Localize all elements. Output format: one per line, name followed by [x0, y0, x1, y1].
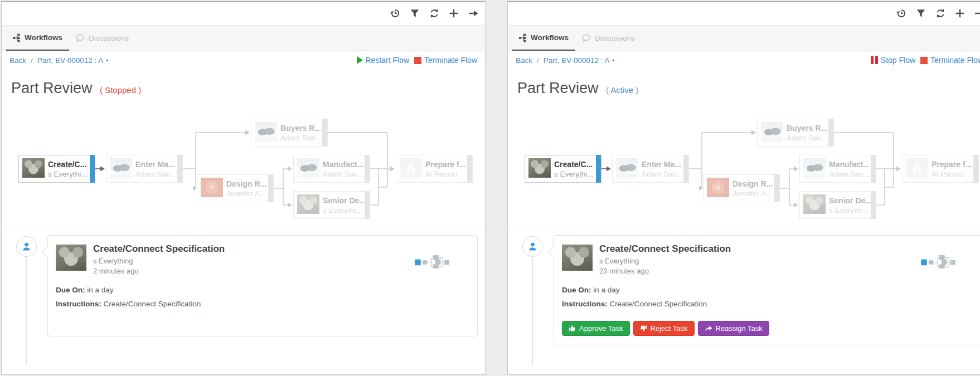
node-title: Manufact...	[829, 160, 870, 169]
node-state-bar	[365, 191, 370, 219]
status-badge: ( Stopped )	[100, 85, 141, 95]
koala-avatar	[528, 158, 551, 178]
reassign-arrow-icon	[705, 325, 712, 332]
penguin-avatar	[255, 122, 277, 141]
workflow-node-manufact[interactable]: Manufact... Adam San...	[293, 155, 370, 183]
add-icon[interactable]	[955, 8, 965, 18]
node-assignee: Adam San...	[323, 170, 364, 178]
history-icon[interactable]	[896, 8, 906, 18]
user-badge	[16, 236, 37, 257]
breadcrumb-back-link[interactable]: Back	[516, 56, 532, 65]
tab-discussions[interactable]: Discussions	[575, 26, 642, 51]
history-icon[interactable]	[390, 8, 400, 18]
workflow-node-design[interactable]: Design R... Jennifer A...	[197, 174, 274, 202]
penguin-avatar	[297, 158, 319, 178]
workflow-node-design[interactable]: Design R... Jennifer A...	[703, 174, 780, 202]
workflow-node-enter-ma[interactable]: Enter Ma... Adam San...	[612, 155, 689, 183]
card-pointer	[548, 246, 558, 256]
diagram-divider	[508, 229, 980, 229]
workflow-node-create-connect[interactable]: Create/C... s Everythi...	[18, 155, 95, 183]
flow-actions: Restart Flow Terminate Flow	[357, 56, 478, 65]
task-title: Create/Connect Specification	[599, 243, 731, 255]
workflow-node-buyers[interactable]: Buyers R... Adam San...	[251, 119, 328, 147]
play-icon	[357, 56, 363, 64]
due-row: Due On: in a day	[562, 286, 620, 294]
task-card: Create/Connect Specification s Everythin…	[554, 235, 980, 345]
node-state-bar	[871, 155, 876, 183]
filter-icon[interactable]	[410, 8, 420, 18]
instructions-row: Instructions: Create/Connect Specificati…	[562, 300, 707, 308]
node-title: Enter Ma...	[135, 160, 175, 169]
workflow-node-buyers[interactable]: Buyers R... Adam San...	[757, 119, 834, 147]
add-icon[interactable]	[449, 8, 459, 18]
breadcrumb-back-link[interactable]: Back	[9, 56, 26, 65]
workflow-node-enter-ma[interactable]: Enter Ma... Adam San...	[106, 155, 183, 183]
node-title: Buyers R...	[787, 124, 827, 133]
node-title: Create/C...	[48, 160, 86, 169]
thumbs-up-icon	[569, 325, 576, 332]
reassign-task-button[interactable]: Reassign Task	[698, 321, 769, 336]
refresh-icon[interactable]	[429, 8, 439, 18]
task-avatar-koala	[562, 245, 593, 271]
node-state-bar	[268, 174, 273, 202]
discussions-icon	[76, 34, 85, 42]
due-row: Due On: in a day	[56, 286, 114, 294]
forward-arrow-icon[interactable]	[468, 8, 478, 18]
node-title: Design R...	[226, 179, 266, 188]
node-state-bar	[973, 155, 978, 183]
penguin-avatar	[616, 158, 638, 178]
breadcrumb-separator: /	[537, 56, 539, 65]
page-title: Part Review	[517, 80, 599, 96]
reject-task-button[interactable]: Reject Task	[633, 321, 695, 336]
terminate-flow-link[interactable]: Terminate Flow	[920, 56, 980, 65]
stop-flow-link[interactable]: Stop Flow	[871, 56, 915, 65]
mini-workflow-icon	[415, 254, 449, 271]
terminate-flow-link[interactable]: Terminate Flow	[414, 56, 477, 65]
timeline-line	[532, 257, 533, 365]
task-time-ago: 2 minutes ago	[93, 267, 139, 275]
penguin-avatar	[803, 158, 826, 178]
tab-workflows-label: Workflows	[531, 33, 569, 42]
koala-avatar	[297, 194, 319, 214]
node-title: Enter Ma...	[642, 160, 681, 169]
discussions-icon	[582, 34, 591, 42]
workflow-node-manufact[interactable]: Manufact... Adam San...	[799, 155, 876, 183]
filter-icon[interactable]	[916, 8, 926, 18]
approve-task-button[interactable]: Approve Task	[562, 321, 630, 336]
flow-actions: Stop Flow Terminate Flow	[871, 56, 980, 65]
workflows-icon	[13, 33, 21, 42]
workflow-node-senior[interactable]: Senior De... s Everythi...	[293, 191, 370, 219]
thumbs-down-icon	[640, 325, 647, 332]
tab-discussions-label: Discussions	[595, 34, 635, 42]
node-state-bar	[177, 155, 182, 183]
tab-discussions[interactable]: Discussions	[69, 26, 135, 51]
task-title: Create/Connect Specification	[93, 243, 225, 255]
diagram-divider	[2, 229, 485, 229]
user-badge	[522, 236, 543, 257]
node-title: Senior De...	[829, 196, 872, 205]
mini-workflow-icon	[921, 254, 955, 271]
breadcrumb-current-link[interactable]: Part, EV-000012 : A	[37, 56, 104, 65]
breadcrumb: Back / Part, EV-000012 : A • Stop Flow T…	[508, 51, 980, 69]
node-state-bar	[467, 155, 472, 183]
node-assignee: Jennifer A...	[226, 189, 266, 198]
tab-workflows[interactable]: Workflows	[6, 26, 69, 51]
tab-workflows-label: Workflows	[25, 33, 62, 42]
tab-bar: Workflows Discussions	[508, 26, 980, 51]
node-assignee: Adam San...	[829, 170, 870, 178]
breadcrumb: Back / Part, EV-000012 : A • Restart Flo…	[2, 51, 485, 69]
workflow-panel-stopped: Workflows Discussions Back / Part, EV-00…	[1, 1, 486, 375]
node-assignee: Adam San...	[135, 170, 177, 178]
forward-arrow-icon[interactable]	[974, 8, 980, 18]
instructions-row: Instructions: Create/Connect Specificati…	[56, 300, 201, 308]
restart-flow-link[interactable]: Restart Flow	[357, 56, 410, 65]
tab-discussions-label: Discussions	[89, 34, 129, 42]
workflow-node-create-connect[interactable]: Create/C... s Everythi...	[525, 155, 601, 183]
refresh-icon[interactable]	[935, 8, 945, 18]
workflow-node-prepare[interactable]: A Prepare f... Al Pacino	[902, 155, 979, 183]
breadcrumb-current-link[interactable]: Part, EV-000012 : A	[544, 56, 610, 65]
tab-workflows[interactable]: Workflows	[512, 26, 575, 51]
workflow-node-senior[interactable]: Senior De... s Everythi...	[799, 191, 876, 219]
workflow-node-prepare[interactable]: A Prepare f... Al Pacino	[396, 155, 473, 183]
task-avatar-koala	[56, 245, 86, 271]
